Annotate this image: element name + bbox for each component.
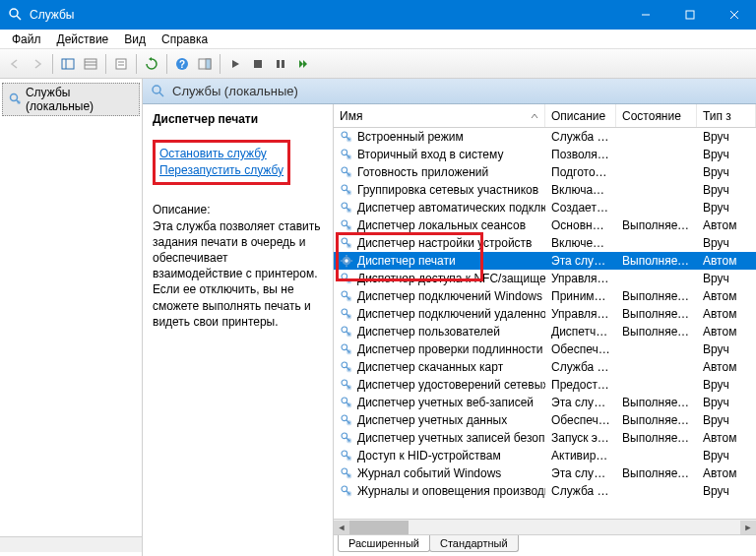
show-hide-action-pane-button[interactable] <box>194 53 216 75</box>
table-row[interactable]: Журнал событий WindowsЭта служб...Выполн… <box>334 464 756 482</box>
restart-service-button[interactable] <box>292 53 314 75</box>
back-button <box>4 53 26 75</box>
service-icon <box>340 360 353 374</box>
svg-point-76 <box>342 344 347 350</box>
detail-pane: Диспетчер печати Остановить службу Перез… <box>143 104 334 556</box>
svg-point-95 <box>347 421 349 423</box>
svg-point-79 <box>347 350 349 352</box>
pause-service-button[interactable] <box>270 53 291 75</box>
export-list-button[interactable] <box>80 53 101 75</box>
table-row[interactable]: Диспетчер учетных веб-записейЭта служб..… <box>334 394 756 411</box>
tree-root-services[interactable]: Службы (локальные) <box>2 83 140 116</box>
column-startup-type[interactable]: Тип з <box>697 104 756 127</box>
column-name[interactable]: Имя <box>334 104 545 127</box>
pane-header-icon <box>151 84 166 99</box>
help-button[interactable]: ? <box>171 53 193 75</box>
service-icon <box>340 201 353 215</box>
table-row[interactable]: Группировка сетевых участниковВключает .… <box>334 181 756 199</box>
close-button[interactable] <box>712 0 756 30</box>
console-tree[interactable]: Службы (локальные) <box>0 79 143 556</box>
services-list[interactable]: Встроенный режимСлужба "В...ВручВторичны… <box>334 128 756 519</box>
service-icon <box>340 431 353 445</box>
svg-point-33 <box>347 155 349 157</box>
svg-point-71 <box>347 315 349 317</box>
table-row[interactable]: Диспетчер подключений удаленного...Управ… <box>334 305 756 323</box>
svg-point-108 <box>342 486 347 492</box>
scroll-right-button[interactable]: ► <box>740 521 756 534</box>
toolbar: ? <box>0 49 756 79</box>
svg-point-84 <box>342 380 347 386</box>
table-row[interactable]: Диспетчер подключений WindowsПринимае...… <box>334 287 756 305</box>
table-row[interactable]: Диспетчер пользователейДиспетчер...Выпол… <box>334 323 756 340</box>
svg-point-23 <box>17 100 21 104</box>
svg-rect-11 <box>116 59 126 69</box>
svg-point-0 <box>10 9 18 17</box>
menu-bar: Файл Действие Вид Справка <box>0 30 756 49</box>
table-row[interactable]: Диспетчер учетных записей безопасн...Зап… <box>334 429 756 447</box>
table-row[interactable]: Журналы и оповещения производите...Служб… <box>334 482 756 500</box>
table-row[interactable]: Диспетчер локальных сеансовОсновная ...В… <box>334 216 756 234</box>
menu-help[interactable]: Справка <box>154 31 216 48</box>
svg-rect-6 <box>62 59 74 69</box>
stop-service-button[interactable] <box>247 53 269 75</box>
window-title: Службы <box>30 8 623 22</box>
service-icon <box>340 378 353 392</box>
show-hide-button[interactable] <box>57 53 79 75</box>
svg-point-64 <box>342 291 347 297</box>
table-row[interactable]: Диспетчер печатиЭта служб...ВыполняетсяА… <box>334 252 756 270</box>
svg-point-53 <box>347 244 349 246</box>
service-icon <box>340 218 353 232</box>
view-tabs: Расширенный Стандартный <box>334 534 756 556</box>
tree-root-label: Службы (локальные) <box>26 86 133 113</box>
table-row[interactable]: Диспетчер скачанных картСлужба W...Автом <box>334 358 756 376</box>
restart-service-link[interactable]: Перезапустить службу <box>159 162 284 179</box>
svg-rect-18 <box>254 60 262 68</box>
table-row[interactable]: Диспетчер проверки подлинности X...Обесп… <box>334 340 756 358</box>
svg-point-34 <box>342 167 347 173</box>
table-row[interactable]: Доступ к HID-устройствамАктивируе...Вруч <box>334 447 756 464</box>
table-row[interactable]: Диспетчер учетных данныхОбеспечи...Выпол… <box>334 411 756 429</box>
svg-point-41 <box>347 191 349 193</box>
svg-point-21 <box>11 94 18 101</box>
svg-line-1 <box>17 16 21 20</box>
tab-standard[interactable]: Стандартный <box>429 535 519 552</box>
table-row[interactable]: Диспетчер доступа к NFC/защище...Управля… <box>334 270 756 287</box>
service-icon <box>340 466 353 480</box>
scroll-thumb[interactable] <box>349 521 409 534</box>
table-row[interactable]: Диспетчер удостоверений сетевых уч...Пре… <box>334 376 756 394</box>
service-icon <box>340 325 353 339</box>
scroll-left-button[interactable]: ◄ <box>334 521 349 534</box>
table-row[interactable]: Встроенный режимСлужба "В...Вруч <box>334 128 756 146</box>
svg-point-68 <box>342 309 347 315</box>
table-row[interactable]: Готовность приложенийПодготовк...Вруч <box>334 163 756 181</box>
services-node-icon <box>9 93 22 106</box>
refresh-button[interactable] <box>141 53 162 75</box>
minimize-button[interactable] <box>623 0 667 30</box>
column-state[interactable]: Состояние <box>616 104 697 127</box>
service-icon <box>340 130 353 144</box>
tree-horizontal-scrollbar[interactable] <box>0 536 142 552</box>
svg-point-91 <box>347 403 349 405</box>
menu-file[interactable]: Файл <box>4 31 49 48</box>
menu-view[interactable]: Вид <box>116 31 154 48</box>
start-service-button[interactable] <box>224 53 246 75</box>
svg-point-37 <box>347 173 349 175</box>
table-row[interactable]: Вторичный вход в системуПозволяет...Вруч <box>334 146 756 163</box>
table-row[interactable]: Диспетчер автоматических подключ...Созда… <box>334 199 756 216</box>
svg-point-24 <box>153 86 160 93</box>
maximize-button[interactable] <box>667 0 712 30</box>
svg-point-60 <box>342 274 347 279</box>
properties-button[interactable] <box>110 53 132 75</box>
list-horizontal-scrollbar[interactable]: ◄ ► <box>334 519 756 534</box>
column-description[interactable]: Описание <box>545 104 616 127</box>
table-row[interactable]: Диспетчер настройки устройствВключени...… <box>334 234 756 252</box>
service-icon <box>340 289 353 303</box>
service-icon <box>340 165 353 179</box>
svg-point-30 <box>342 150 347 155</box>
description-text: Эта служба позволяет ставить задания печ… <box>153 218 321 330</box>
service-icon <box>340 413 353 427</box>
stop-service-link[interactable]: Остановить службу <box>159 146 284 162</box>
action-links-highlight: Остановить службу Перезапустить службу <box>153 140 290 185</box>
tab-extended[interactable]: Расширенный <box>338 535 430 552</box>
menu-action[interactable]: Действие <box>49 31 117 48</box>
